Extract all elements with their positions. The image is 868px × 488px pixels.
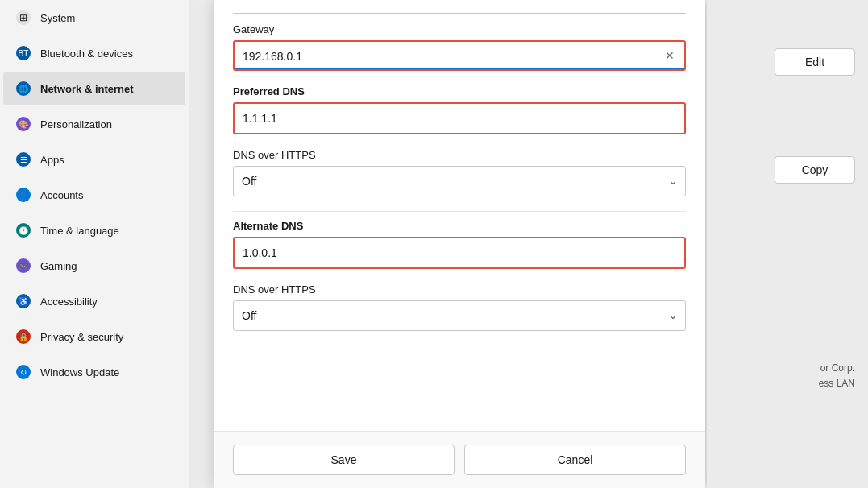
sidebar-item-label: Apps [40,154,64,166]
cancel-button[interactable]: Cancel [464,445,686,475]
right-panel: Edit Copy or Corp. ess LAN [707,0,868,488]
personalization-icon: 🎨 [16,117,31,131]
dns-https-label: DNS over HTTPS [233,149,686,161]
sidebar-item-time[interactable]: 🕐 Time & language [3,213,185,247]
sidebar-item-label: Accessibility [40,296,98,308]
right-info-line1: or Corp. [819,361,855,376]
section-divider [233,211,686,212]
sidebar-item-accessibility[interactable]: ♿ Accessibility [3,284,185,318]
sidebar-item-accounts[interactable]: 👤 Accounts [3,178,185,212]
sidebar: ⊞ System BT Bluetooth & devices 🌐 Networ… [0,0,189,488]
dns-https-select-wrapper: Off On (automatic template) On (manual t… [233,166,686,196]
preferred-dns-input-wrapper [233,102,686,134]
update-icon: ↻ [16,365,31,379]
sidebar-item-label: Gaming [40,260,77,272]
accounts-icon: 👤 [16,188,31,202]
main-content: Gateway ✕ Preferred DNS DNS over HTTPS [189,0,868,488]
dialog-content: Gateway ✕ Preferred DNS DNS over HTTPS [214,0,705,431]
accessibility-icon: ♿ [16,294,31,308]
sidebar-item-bluetooth[interactable]: BT Bluetooth & devices [3,36,185,70]
sidebar-item-label: Windows Update [40,366,119,378]
preferred-dns-label: Preferred DNS [233,85,686,97]
sidebar-item-label: Personalization [40,118,112,130]
sidebar-item-system[interactable]: ⊞ System [3,1,185,35]
dialog: Gateway ✕ Preferred DNS DNS over HTTPS [214,0,705,488]
top-divider [233,13,686,14]
sidebar-item-privacy[interactable]: 🔒 Privacy & security [3,320,185,354]
alt-dns-https-field-group: DNS over HTTPS Off On (automatic templat… [233,283,686,331]
alternate-dns-input[interactable] [235,238,684,267]
right-info: or Corp. ess LAN [819,361,855,391]
sidebar-item-gaming[interactable]: 🎮 Gaming [3,249,185,283]
gateway-label: Gateway [233,23,686,35]
copy-button[interactable]: Copy [775,156,855,184]
apps-icon: ☰ [16,152,31,167]
dns-https-select[interactable]: Off On (automatic template) On (manual t… [234,167,685,196]
gateway-input[interactable] [235,42,684,69]
preferred-dns-field-group: Preferred DNS [233,85,686,134]
sidebar-item-label: Privacy & security [40,331,123,343]
network-icon: 🌐 [16,81,31,96]
sidebar-item-label: Bluetooth & devices [40,48,133,60]
gaming-icon: 🎮 [16,258,31,273]
sidebar-item-label: System [40,12,75,24]
gateway-clear-button[interactable]: ✕ [662,48,678,64]
system-icon: ⊞ [16,10,31,25]
sidebar-item-label: Accounts [40,189,83,201]
gateway-underline [235,68,684,69]
dns-https-field-group: DNS over HTTPS Off On (automatic templat… [233,149,686,196]
sidebar-item-personalization[interactable]: 🎨 Personalization [3,107,185,141]
preferred-dns-input[interactable] [235,104,684,133]
privacy-icon: 🔒 [16,329,31,344]
alternate-dns-field-group: Alternate DNS [233,220,686,269]
sidebar-item-label: Network & internet [40,83,134,95]
sidebar-item-apps[interactable]: ☰ Apps [3,143,185,176]
alt-dns-https-select-wrapper: Off On (automatic template) On (manual t… [233,300,686,331]
gateway-field-group: Gateway ✕ [233,23,686,71]
alternate-dns-label: Alternate DNS [233,220,686,232]
dialog-footer: Save Cancel [214,431,705,488]
alt-dns-https-select[interactable]: Off On (automatic template) On (manual t… [234,301,685,330]
edit-button[interactable]: Edit [775,48,855,76]
time-icon: 🕐 [16,223,31,238]
save-button[interactable]: Save [233,445,455,475]
sidebar-item-label: Time & language [40,225,119,237]
bluetooth-icon: BT [16,46,31,60]
sidebar-item-windows-update[interactable]: ↻ Windows Update [3,355,185,389]
right-info-line2: ess LAN [819,376,855,391]
sidebar-item-network[interactable]: 🌐 Network & internet [3,72,185,105]
gateway-input-wrapper: ✕ [233,40,686,71]
alternate-dns-input-wrapper [233,237,686,269]
alt-dns-https-label: DNS over HTTPS [233,283,686,296]
